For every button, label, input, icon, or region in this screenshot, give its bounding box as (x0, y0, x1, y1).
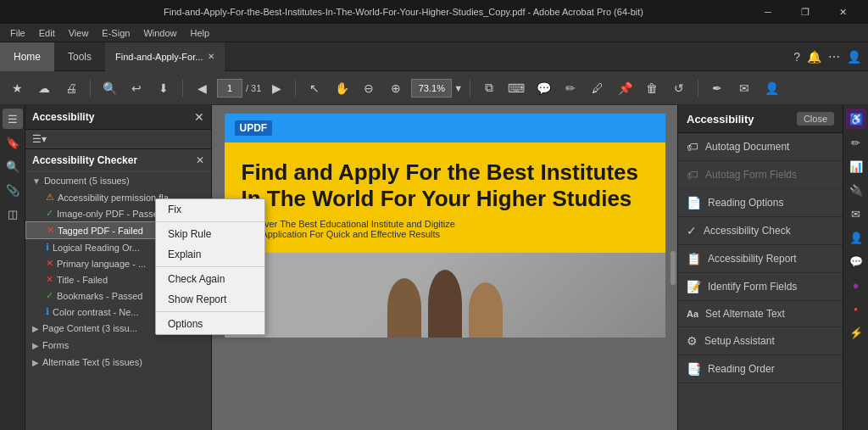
tab-tools[interactable]: Tools (54, 42, 105, 71)
tab-home[interactable]: Home (0, 42, 54, 71)
far-right-chat-icon[interactable]: 💬 (846, 251, 866, 271)
download-icon[interactable]: ⬇ (152, 76, 175, 100)
zoom-in-icon[interactable]: ⊕ (384, 76, 408, 100)
context-options[interactable]: Options (156, 314, 264, 334)
hand-icon[interactable]: ✋ (330, 76, 353, 100)
adjust-icon[interactable]: ⧉ (477, 76, 501, 100)
menu-edit[interactable]: Edit (32, 26, 62, 40)
user-icon[interactable]: 👤 (760, 76, 783, 100)
panel-close-icon[interactable]: ✕ (194, 110, 204, 124)
print-icon[interactable]: 🖨 (59, 76, 83, 100)
pass-icon: ✓ (46, 208, 53, 219)
account-icon[interactable]: 👤 (847, 50, 861, 64)
checker-close-icon[interactable]: ✕ (196, 154, 204, 166)
pen-icon[interactable]: ✏ (559, 76, 582, 100)
menu-esign[interactable]: E-Sign (95, 26, 136, 40)
autotag-form-icon: 🏷 (687, 168, 698, 181)
sidebar-icon-bookmarks[interactable]: 🔖 (3, 132, 23, 153)
sidebar-icon-search[interactable]: 🔍 (3, 156, 23, 176)
issue-group-forms[interactable]: ▶ Forms (25, 337, 211, 354)
far-right-red-icon[interactable]: ▪ (846, 299, 866, 319)
far-right-purple-icon[interactable]: ● (846, 275, 866, 295)
context-explain[interactable]: Explain (156, 244, 264, 265)
highlight-icon[interactable]: 🖊 (586, 76, 609, 100)
far-right-user-icon[interactable]: 👤 (846, 227, 866, 248)
far-right-mail-icon[interactable]: ✉ (846, 204, 866, 224)
far-right-chart-icon[interactable]: 📊 (846, 156, 866, 176)
search-icon[interactable]: 🔍 (97, 76, 121, 100)
undo2-icon[interactable]: ↺ (667, 76, 691, 100)
menu-file[interactable]: File (3, 26, 32, 40)
right-panel-identify-form[interactable]: 📝 Identify Form Fields (678, 273, 843, 301)
fail-icon-2: ✕ (46, 258, 53, 269)
cloud-icon[interactable]: ☁ (32, 76, 56, 100)
right-panel-setup[interactable]: ⚙ Setup Assistant (678, 327, 843, 355)
far-right-edit-icon[interactable]: ✏ (846, 132, 866, 153)
sidebar-icon-menu[interactable]: ☰ (3, 109, 23, 129)
reading-order-label: Reading Order (708, 363, 775, 375)
star-icon[interactable]: ★ (5, 76, 29, 100)
tab-bar: Home Tools Find-and-Apply-For... ✕ ? 🔔 ⋯… (0, 42, 868, 71)
tab-document[interactable]: Find-and-Apply-For... ✕ (105, 42, 225, 71)
right-panel-reading-order[interactable]: 📑 Reading Order (678, 355, 843, 383)
right-panel-accessibility-check[interactable]: ✓ Accessibility Check (678, 217, 843, 245)
far-right-panel: ♿ ✏ 📊 🔌 ✉ 👤 💬 ● ▪ ⚡ (843, 105, 868, 430)
context-check-again[interactable]: Check Again (156, 269, 264, 289)
menu-view[interactable]: View (62, 26, 96, 40)
sidebar-icon-attachments[interactable]: 📎 (3, 180, 23, 200)
rotate-icon[interactable]: ⌨ (504, 76, 528, 100)
zoom-dropdown-icon[interactable]: ▼ (453, 83, 463, 93)
email-icon[interactable]: ✉ (732, 76, 756, 100)
right-panel-autotag-doc[interactable]: 🏷 Autotag Document (678, 133, 843, 161)
context-skip-rule[interactable]: Skip Rule (156, 224, 264, 244)
right-panel-close-button[interactable]: Close (797, 112, 834, 126)
scroll-indicator[interactable] (670, 251, 676, 285)
help-icon[interactable]: ? (793, 50, 800, 64)
chevron-alttext-icon: ▶ (32, 358, 39, 367)
context-fix[interactable]: Fix (156, 199, 264, 220)
undo-icon[interactable]: ↩ (125, 76, 148, 100)
far-right-extra-icon[interactable]: ⚡ (846, 322, 866, 343)
page-navigation: ◀ / 31 ▶ (190, 76, 288, 100)
issue-group-alt-text[interactable]: ▶ Alternate Text (5 issues) (25, 354, 211, 371)
right-panel-reading-options[interactable]: 📄 Reading Options (678, 189, 843, 217)
right-panel-alt-text[interactable]: Aa Set Alternate Text (678, 301, 843, 327)
issue-group-document[interactable]: ▼ Document (5 issues) (25, 172, 211, 189)
far-right-plugin-icon[interactable]: 🔌 (846, 180, 866, 200)
panel-header: Accessibility ✕ (25, 105, 211, 130)
title-bar: Find-and-Apply-For-the-Best-Institutes-I… (0, 0, 868, 24)
pdf-area[interactable]: UPDF Find and Apply For the Best Institu… (212, 105, 677, 430)
zoom-input[interactable] (411, 79, 452, 98)
left-sidebar: ☰ 🔖 🔍 📎 ◫ (0, 105, 25, 430)
page-input[interactable] (217, 79, 242, 98)
prev-page-icon[interactable]: ◀ (190, 76, 214, 100)
sidebar-icon-layers[interactable]: ◫ (3, 204, 23, 224)
forms-group-label: Forms (42, 340, 69, 350)
next-page-icon[interactable]: ▶ (264, 76, 288, 100)
minimize-button[interactable]: ─ (749, 0, 787, 24)
main-layout: ☰ 🔖 🔍 📎 ◫ Accessibility ✕ ☰▾ Accessibili… (0, 105, 868, 430)
close-window-button[interactable]: ✕ (824, 0, 861, 24)
context-show-report[interactable]: Show Report (156, 289, 264, 310)
reading-options-icon: 📄 (687, 196, 701, 209)
grid-icon[interactable]: ⋯ (828, 50, 840, 64)
comment-icon[interactable]: 💬 (531, 76, 555, 100)
tab-close-icon[interactable]: ✕ (208, 52, 214, 61)
pointer-icon[interactable]: ↖ (303, 76, 326, 100)
stamp-icon[interactable]: 📌 (613, 76, 637, 100)
issue-image-only-label: Image-only PDF - Passed (57, 209, 164, 219)
sign-icon[interactable]: ✒ (705, 76, 729, 100)
maximize-button[interactable]: ❐ (787, 0, 824, 24)
far-right-accessibility-icon[interactable]: ♿ (846, 109, 866, 129)
menu-window[interactable]: Window (136, 26, 183, 40)
notification-icon[interactable]: 🔔 (807, 50, 821, 64)
checker-header: Accessibility Checker ✕ (25, 149, 211, 172)
pdf-image-area (225, 253, 665, 338)
toolbar-separator-4 (470, 80, 470, 97)
pdf-header-bar: UPDF (225, 114, 665, 142)
menu-help[interactable]: Help (184, 26, 217, 40)
delete-icon[interactable]: 🗑 (640, 76, 664, 100)
panel-menu-icon[interactable]: ☰▾ (32, 133, 47, 145)
zoom-out-icon[interactable]: ⊖ (357, 76, 381, 100)
right-panel-accessibility-report[interactable]: 📋 Accessibility Report (678, 245, 843, 273)
